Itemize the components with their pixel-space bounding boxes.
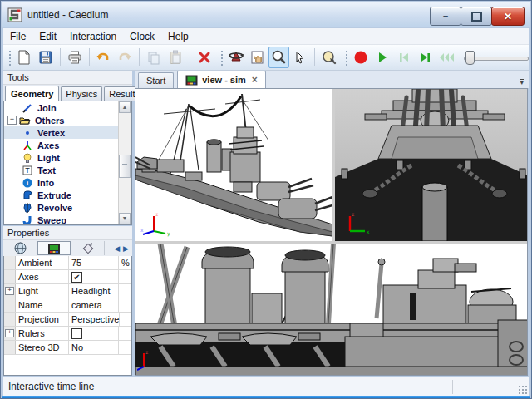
zoom-fit-button[interactable]	[318, 47, 340, 68]
tree-item-text[interactable]: T Text	[4, 164, 120, 176]
toolbar-grip[interactable]	[7, 49, 11, 66]
prev-selection-arrow[interactable]: ◀	[114, 244, 120, 253]
tree-scrollbar-thumb[interactable]	[119, 155, 131, 178]
application-window: untitled - Caedium – ✕ File Edit Interac…	[0, 0, 532, 399]
property-row-stereo3d[interactable]: Stereo 3D No	[4, 341, 131, 355]
property-value[interactable]: Headlight	[69, 284, 119, 298]
collapse-toggle[interactable]: −	[7, 116, 17, 125]
view-monitor-icon	[47, 243, 61, 254]
property-row-ambient[interactable]: Ambient 75 %	[4, 256, 131, 270]
tree-item-sweep[interactable]: Sweep	[4, 214, 120, 225]
scroll-down-icon[interactable]: ▼	[119, 213, 131, 224]
tree-scrollbar[interactable]: ▲ ▼	[118, 101, 131, 224]
axes-checkbox[interactable]: ✔	[71, 272, 82, 283]
toolbar-grip[interactable]	[219, 49, 223, 66]
status-message: Interactive time line	[8, 381, 94, 392]
view-properties-button[interactable]	[37, 241, 71, 255]
property-row-axes[interactable]: Axes ✔	[4, 270, 131, 284]
print-button[interactable]	[64, 47, 86, 68]
property-row-light[interactable]: + Light Headlight	[4, 284, 131, 298]
property-value[interactable]: Perspective	[69, 313, 120, 326]
tools-panel-header: Tools	[3, 71, 132, 85]
title-bar[interactable]: untitled - Caedium – ✕	[2, 2, 530, 27]
new-button[interactable]	[13, 47, 35, 68]
zoom-tool-button[interactable]	[268, 47, 290, 68]
maximize-button[interactable]	[461, 7, 492, 26]
play-button[interactable]	[372, 47, 393, 68]
menu-edit[interactable]: Edit	[32, 29, 63, 44]
tab-view-sim[interactable]: view - sim ×	[177, 71, 266, 88]
toolbar-separator	[60, 48, 61, 66]
redo-button[interactable]	[114, 47, 135, 68]
tree-item-vertex[interactable]: Vertex	[4, 126, 120, 139]
tree-item-others[interactable]: − Others	[4, 114, 120, 126]
select-tool-button[interactable]	[289, 47, 311, 68]
property-row-rulers[interactable]: + Rulers	[4, 327, 131, 341]
resize-grip[interactable]	[518, 385, 528, 395]
record-button[interactable]	[350, 47, 372, 68]
svg-text:x: x	[140, 227, 144, 233]
tree-item-join[interactable]: Join	[4, 101, 120, 114]
tree-item-light[interactable]: Light	[4, 151, 120, 164]
close-button[interactable]: ✕	[491, 7, 525, 26]
property-row-projection[interactable]: Projection Perspective	[4, 313, 131, 327]
rewind-button[interactable]	[436, 47, 458, 68]
ship-bow-closeup-view[interactable]: z x	[335, 89, 527, 241]
svg-text:x: x	[367, 229, 370, 234]
property-value[interactable]: camera	[69, 298, 119, 312]
properties-panel-header: Properties	[3, 226, 132, 240]
menu-file[interactable]: File	[3, 29, 32, 44]
property-name: Stereo 3D	[16, 341, 69, 354]
property-row-name[interactable]: Name camera	[4, 298, 131, 313]
tree-item-extrude[interactable]: Extrude	[4, 189, 120, 201]
play-icon	[375, 50, 390, 65]
menu-clock[interactable]: Clock	[123, 29, 161, 44]
geometry-tool-tree: Join − Others Vertex Axes Light	[3, 101, 132, 225]
tree-item-info[interactable]: i Info	[4, 176, 120, 189]
copy-icon	[146, 50, 161, 65]
tab-physics[interactable]: Physics	[61, 86, 102, 101]
copy-button[interactable]	[143, 47, 165, 68]
next-selection-arrow[interactable]: ▶	[123, 244, 129, 253]
svg-text:z: z	[155, 211, 159, 217]
delete-button[interactable]	[194, 47, 215, 68]
minimize-button[interactable]: –	[430, 7, 461, 26]
ship-perspective-view[interactable]: z y x	[135, 89, 332, 241]
faces-properties-button[interactable]	[71, 241, 105, 255]
pan-tool-button[interactable]	[247, 47, 268, 68]
tab-start[interactable]: Start	[138, 72, 174, 88]
tree-item-axes[interactable]: Axes	[4, 139, 120, 151]
main-toolbar	[3, 45, 529, 71]
rulers-checkbox[interactable]	[71, 328, 82, 339]
timeline-slider-thumb[interactable]	[466, 51, 475, 65]
menu-interaction[interactable]: Interaction	[63, 29, 123, 44]
document-tab-bar: Start view - sim × ▾	[135, 71, 529, 88]
property-value[interactable]: 75	[69, 256, 119, 269]
tree-item-revolve[interactable]: Revolve	[4, 201, 120, 214]
close-icon: ✕	[504, 12, 512, 22]
undo-button[interactable]	[93, 47, 115, 68]
zoom-fit-icon	[321, 49, 337, 66]
tab-list-dropdown-icon[interactable]: ▾	[520, 79, 524, 85]
world-properties-button[interactable]	[3, 241, 37, 255]
ship-side-deck-view[interactable]: z	[135, 244, 527, 375]
zoom-tool-icon	[270, 49, 287, 66]
toolbar-grip[interactable]	[344, 49, 347, 66]
tab-close-icon[interactable]: ×	[252, 75, 258, 85]
skip-end-button[interactable]	[415, 47, 436, 68]
svg-text:z: z	[352, 211, 355, 217]
paste-button[interactable]	[165, 47, 186, 68]
expand-toggle[interactable]: +	[5, 329, 14, 337]
expand-toggle[interactable]: +	[5, 287, 14, 295]
revolve-icon	[22, 202, 33, 214]
undo-icon	[96, 50, 111, 65]
property-value[interactable]: No	[69, 341, 119, 354]
axes-icon	[22, 140, 33, 151]
menu-help[interactable]: Help	[161, 29, 195, 44]
skip-start-button[interactable]	[393, 47, 415, 68]
tab-geometry[interactable]: Geometry	[5, 86, 59, 101]
timeline-slider[interactable]	[464, 50, 529, 65]
rotate-tool-button[interactable]	[225, 47, 247, 68]
scroll-up-icon[interactable]: ▲	[119, 101, 131, 113]
save-button[interactable]	[35, 47, 57, 68]
